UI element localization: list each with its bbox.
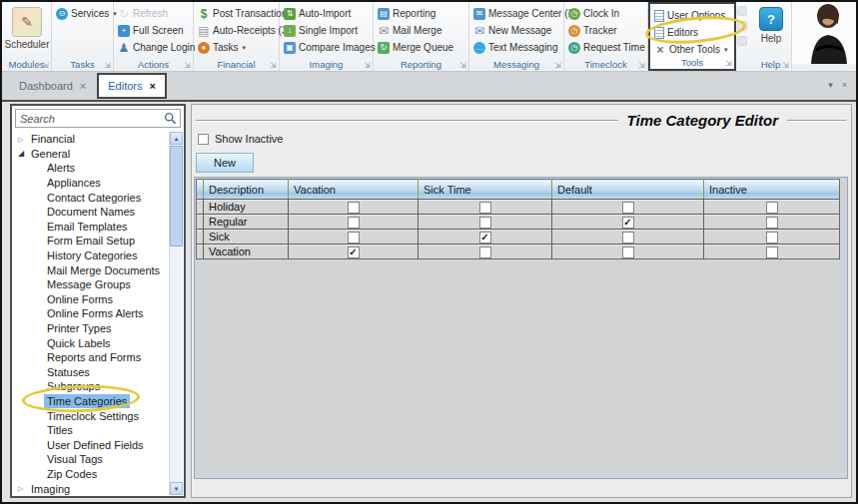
checkbox-unchecked[interactable] — [622, 247, 634, 258]
checkbox-unchecked[interactable] — [348, 217, 360, 229]
ribbon-item-single-import[interactable]: ↓Single Import — [283, 22, 359, 39]
dialog-launcher-icon[interactable]: ⇲ — [364, 62, 371, 70]
tree-item-financial[interactable]: ▷Financial — [14, 132, 168, 147]
ribbon-item-auto-receipts-3[interactable]: ▤Auto-Receipts (3) — [197, 22, 292, 39]
tree-scrollbar[interactable]: ▲ ▼ — [169, 132, 183, 495]
search-input[interactable] — [16, 113, 164, 125]
column-header-vacation[interactable]: Vacation — [289, 180, 419, 200]
ribbon-item-compare-images[interactable]: ▣Compare Images — [283, 39, 377, 56]
dialog-launcher-icon[interactable]: ⇲ — [104, 62, 111, 70]
tree-item-message-groups[interactable]: Message Groups — [14, 277, 168, 292]
tree-item-online-forms-alerts[interactable]: Online Forms Alerts — [14, 306, 168, 321]
dialog-launcher-icon[interactable]: ⇲ — [782, 62, 789, 70]
column-header-inactive[interactable]: Inactive — [704, 180, 840, 200]
tree-item-time-categories[interactable]: Time Categories — [14, 394, 168, 409]
collapsed-icon[interactable]: ▷ — [18, 485, 28, 492]
ribbon-item-message-center-1[interactable]: ✉Message Center (1) — [472, 5, 577, 22]
row-header-cell[interactable] — [197, 230, 204, 245]
ribbon-item-merge-queue[interactable]: ↻Merge Queue — [377, 39, 454, 56]
tree-item-zip-codes[interactable]: Zip Codes — [14, 467, 168, 482]
checkbox-unchecked[interactable] — [622, 202, 634, 214]
tree-item-timeclock-settings[interactable]: Timeclock Settings — [14, 408, 168, 423]
ribbon-item-tracker[interactable]: ◷Tracker — [567, 22, 618, 39]
checkbox-unchecked[interactable] — [766, 247, 778, 258]
expanded-icon[interactable]: ◢ — [18, 150, 28, 158]
show-inactive-checkbox[interactable] — [198, 134, 209, 145]
ribbon-item-tasks[interactable]: ●Tasks▾ — [197, 39, 247, 56]
checkbox-unchecked[interactable] — [479, 247, 491, 258]
ribbon-item-change-login[interactable]: ♟Change Login — [117, 39, 196, 56]
row-header-cell[interactable] — [197, 215, 204, 230]
new-button[interactable]: New — [196, 153, 254, 173]
ribbon-item-services[interactable]: ⊙Services▾ — [55, 5, 118, 22]
scrollbar-thumb[interactable] — [170, 146, 183, 247]
tree-item-document-names[interactable]: Document Names — [14, 205, 168, 220]
column-header-description[interactable]: Description — [204, 180, 289, 200]
tree-item-imaging[interactable]: ▷Imaging — [14, 481, 168, 495]
ribbon-item-post-transaction[interactable]: $Post Transaction — [197, 5, 288, 22]
ribbon-item-reporting[interactable]: ▤Reporting — [377, 5, 436, 22]
tree-item-form-email-setup[interactable]: Form Email Setup — [14, 234, 168, 249]
tree-item-visual-tags[interactable]: Visual Tags — [14, 452, 168, 467]
scroll-up-icon[interactable]: ▲ — [170, 132, 183, 145]
checkbox-checked[interactable]: ✓ — [622, 217, 634, 229]
ribbon-item-mail-merge[interactable]: ✉Mail Merge — [377, 22, 442, 39]
checkbox-unchecked[interactable] — [479, 217, 491, 229]
column-header-sick-time[interactable]: Sick Time — [419, 180, 552, 200]
tree-item-email-templates[interactable]: Email Templates — [14, 220, 168, 235]
row-header-cell[interactable] — [197, 245, 204, 259]
ribbon-item-auto-import[interactable]: ⇅Auto-Import — [283, 5, 352, 22]
scroll-down-icon[interactable]: ▼ — [170, 482, 183, 495]
checkbox-unchecked[interactable] — [348, 232, 360, 244]
close-icon[interactable]: × — [150, 80, 156, 92]
dialog-launcher-icon[interactable]: ⇲ — [184, 62, 191, 70]
ribbon-item-refresh[interactable]: ↻Refresh — [117, 5, 169, 22]
tab-dashboard[interactable]: Dashboard× — [10, 74, 95, 98]
dialog-launcher-icon[interactable]: ⇲ — [638, 62, 645, 70]
checkbox-unchecked[interactable] — [766, 232, 778, 244]
checkbox-checked[interactable]: ✓ — [348, 247, 360, 258]
close-icon[interactable]: × — [80, 80, 86, 92]
ribbon-item-clock-in[interactable]: ◷Clock In — [567, 5, 620, 22]
tree-item-history-categories[interactable]: History Categories — [14, 249, 168, 263]
checkbox-checked[interactable]: ✓ — [479, 232, 491, 244]
ribbon-item-text-messaging[interactable]: …Text Messaging — [472, 39, 558, 56]
ribbon-item-help[interactable]: ?Help — [753, 5, 789, 44]
dialog-launcher-icon[interactable]: ⇲ — [270, 62, 277, 70]
ribbon-item-editors[interactable]: Editors — [653, 24, 699, 41]
tree-item-general[interactable]: ◢General — [14, 147, 168, 162]
tree-item-mail-merge-documents[interactable]: Mail Merge Documents — [14, 262, 168, 277]
tree-item-titles[interactable]: Titles — [14, 423, 168, 438]
search-icon[interactable] — [164, 112, 177, 125]
ribbon-item-scheduler[interactable]: ✎Scheduler — [5, 5, 49, 50]
show-inactive-toggle[interactable]: Show Inactive — [198, 133, 283, 145]
dialog-launcher-icon[interactable]: ⇲ — [554, 62, 561, 70]
tab-list-icon[interactable]: ▾ — [828, 80, 833, 90]
tree-item-user-defined-fields[interactable]: User Defined Fields — [14, 437, 168, 452]
dialog-launcher-icon[interactable]: ⇲ — [459, 62, 466, 70]
tree-item-statuses[interactable]: Statuses — [14, 365, 168, 380]
column-header-default[interactable]: Default — [552, 180, 704, 200]
tree-item-reports-and-forms[interactable]: Reports and Forms — [14, 350, 168, 365]
checkbox-unchecked[interactable] — [348, 202, 360, 214]
tree-item-quick-labels[interactable]: Quick Labels — [14, 335, 168, 350]
row-header-cell[interactable] — [197, 200, 204, 215]
ribbon-item-new-message[interactable]: ✉New Message — [472, 22, 552, 39]
ribbon-item-user-options[interactable]: User Options — [653, 7, 726, 24]
tree-item-appliances[interactable]: Appliances — [14, 176, 168, 191]
tree-item-online-forms[interactable]: Online Forms — [14, 292, 168, 307]
checkbox-unchecked[interactable] — [479, 202, 491, 214]
checkbox-unchecked[interactable] — [766, 217, 778, 229]
ribbon-item-full-screen[interactable]: +Full Screen — [117, 22, 185, 39]
checkbox-unchecked[interactable] — [766, 202, 778, 214]
dialog-launcher-icon[interactable]: ⇲ — [42, 62, 49, 70]
tree-item-contact-categories[interactable]: Contact Categories — [14, 190, 168, 205]
tree-item-printer-types[interactable]: Printer Types — [14, 321, 168, 336]
dialog-launcher-icon[interactable]: ⇲ — [725, 60, 732, 68]
tree-item-subgroups[interactable]: Subgroups — [14, 379, 168, 394]
collapsed-icon[interactable]: ▷ — [18, 136, 28, 143]
close-icon[interactable]: × — [842, 80, 847, 90]
checkbox-unchecked[interactable] — [622, 232, 634, 244]
tree-item-alerts[interactable]: Alerts — [14, 161, 168, 176]
tab-editors[interactable]: Editors× — [97, 73, 167, 99]
